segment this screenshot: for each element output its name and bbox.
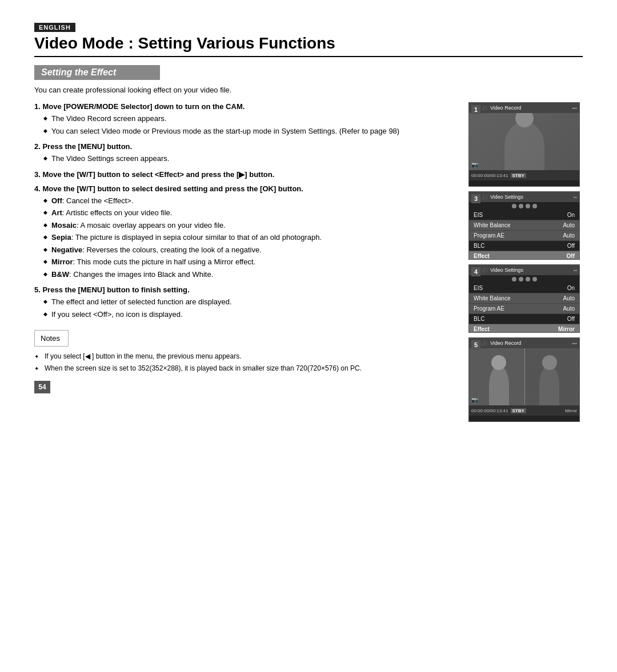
list-item: If you select <Off>, no icon is displaye… [43,309,457,320]
cam-icon: 🎥 [482,105,488,111]
cam-battery-icon: ▪▪▪ [572,106,577,111]
list-item: The Video Settings screen appears. [43,153,457,164]
cam-title-4: Video Settings [490,267,571,273]
cam-menu-row-wb-3: White BalanceAuto [469,220,579,231]
notes-label: Notes [41,334,60,343]
cam-mirror-label: Mirror [565,408,577,413]
cam-bottom-bar-1: 00:00:00/00:13:41 STBY [469,170,579,180]
content-column: 1. Move [POWER/MODE Selector] down to tu… [34,102,457,422]
cam-menu-4: EISOn White BalanceAuto Program AEAuto B… [469,275,579,333]
cam-icon-3: 🎥 [482,194,488,200]
cam-top-bar-4: 🎥 Video Settings ▪▪ [469,265,579,275]
intro-text: You can create professional looking effe… [34,86,583,94]
cam-screen-5: 5 🎥 Video Record ▪▪▪ 📷 [468,337,580,422]
step4-bullets: Off: Cancel the <Effect>. Art: Artistic … [34,195,457,280]
cam-menu-row-ae-3: Program AEAuto [469,231,579,241]
cam-top-bar-3: 🎥 Video Settings ▪▪ [469,192,579,202]
cam-screen-4: 4 🎥 Video Settings ▪▪ EISOn White Balanc… [468,264,580,333]
section-header: Setting the Effect [34,65,160,80]
cam-menu-row-effect-4: EffectMirror [469,324,579,333]
cam-title-3: Video Settings [490,194,571,200]
cam-menu-3: EISOn White BalanceAuto Program AEAuto B… [469,202,579,260]
footer-note-1: If you select [◀ ] button in the menu, t… [34,351,457,361]
list-item: B&W: Changes the images into Black and W… [43,269,457,280]
cam-battery-icon-5: ▪▪▪ [572,341,577,346]
step5-heading: 5. Press the [MENU] button to finish set… [34,285,457,294]
cam-menu-row-effect-3: EffectOff [469,251,579,260]
step1-heading: 1. Move [POWER/MODE Selector] down to tu… [34,102,457,111]
footer-notes: If you select [◀ ] button in the menu, t… [34,351,457,373]
cam-menu-row-eis-3: EISOn [469,210,579,220]
cam-number-4: 4 [471,267,480,276]
step4-heading: 4. Move the [W/T] button to select desir… [34,184,457,193]
list-item: Negative: Reverses the colours, creating… [43,244,457,256]
cam-icons-row-4 [469,275,579,283]
list-item: Off: Cancel the <Effect>. [43,195,457,207]
cam-bottom-bar-5: 00:00:00/00:13:41 STBY Mirror [469,405,579,416]
cam-menu-row-blc-4: BLCOff [469,314,579,324]
page-number: 54 [34,381,50,393]
list-item: You can select Video mode or Previous mo… [43,126,457,137]
cam-icon-4: 🎥 [482,267,488,273]
cam-screen-3: 3 🎥 Video Settings ▪▪ EISOn White Balanc… [468,191,580,260]
english-badge: ENGLISH [34,23,75,32]
cam-stby-1: STBY [511,173,526,178]
cam-number-1: 1 [471,105,480,114]
cam-image-area-5: 📷 [469,348,579,405]
cam-icons-row-3 [469,202,579,210]
step2-heading: 2. Press the [MENU] button. [34,142,457,151]
step2-bullets: The Video Settings screen appears. [34,153,457,164]
cam-screen-1: 1 🎥 Video Record ▪▪▪ 📷 00:00:00/00:13:41… [468,102,580,187]
camera-screens-column: 1 🎥 Video Record ▪▪▪ 📷 00:00:00/00:13:41… [468,102,583,422]
step5-bullets: The effect and letter of selected functi… [34,296,457,320]
cam-title-1: Video Record [490,105,570,111]
list-item: The Video Record screen appears. [43,113,457,124]
list-item: Sepia: The picture is displayed in sepia… [43,232,457,243]
cam-number-3: 3 [471,194,480,203]
list-item: Mosaic: A mosaic overlay appears on your… [43,220,457,231]
footer-note-2: When the screen size is set to 352(352×2… [34,363,457,373]
notes-box: Notes [34,330,69,347]
cam-icon-5: 🎥 [482,340,488,346]
page-title: Video Mode : Setting Various Functions [34,34,583,57]
cam-top-bar-1: 🎥 Video Record ▪▪▪ [469,103,579,113]
cam-title-5: Video Record [490,340,570,346]
step3-heading: 3. Move the [W/T] button to select <Effe… [34,170,457,179]
list-item: Art: Artistic effects on your video file… [43,207,457,219]
cam-menu-row-blc-3: BLCOff [469,241,579,251]
cam-top-bar-5: 🎥 Video Record ▪▪▪ [469,338,579,348]
cam-number-5: 5 [471,340,480,349]
cam-menu-row-eis-4: EISOn [469,283,579,293]
cam-timecode-1: 00:00:00/00:13:41 [471,173,508,178]
cam-battery-icon-4: ▪▪ [574,268,577,273]
list-item: Mirror: This mode cuts the picture in ha… [43,256,457,268]
cam-timecode-5: 00:00:00/00:13:41 [471,408,508,413]
cam-menu-row-ae-4: Program AEAuto [469,304,579,314]
cam-stby-5: STBY [511,408,526,413]
step1-bullets: The Video Record screen appears. You can… [34,113,457,136]
list-item: The effect and letter of selected functi… [43,296,457,308]
cam-menu-row-wb-4: White BalanceAuto [469,293,579,304]
cam-battery-icon-3: ▪▪ [574,195,577,200]
cam-image-area-1: 📷 [469,113,579,170]
